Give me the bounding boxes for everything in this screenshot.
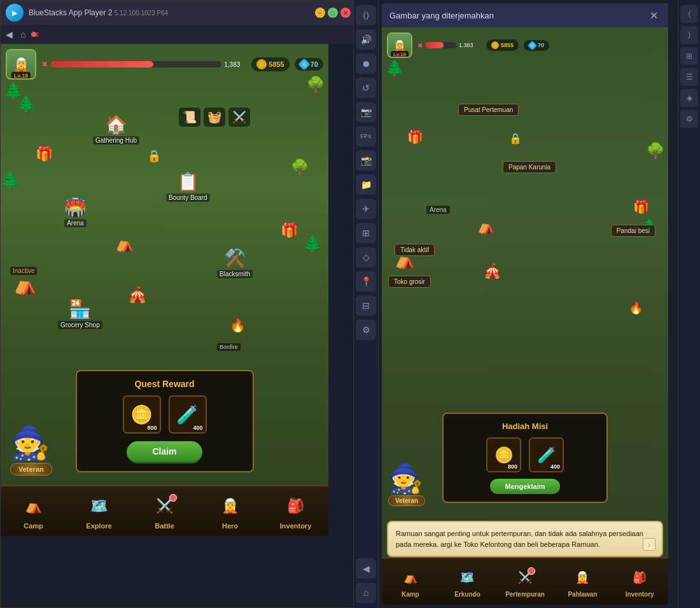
translated-reward-potion-icon: 🧪 <box>537 446 556 464</box>
translated-nav-camp-label: Kamp <box>402 591 419 598</box>
translated-nav-explore[interactable]: 🗺️ Erkundo <box>448 566 486 598</box>
right-sidebar-btn-2[interactable]: ⟩ <box>680 26 698 44</box>
nav-item-explore[interactable]: 🗺️ Explore <box>77 493 122 530</box>
translated-character-name: Veteran <box>388 495 425 506</box>
minimize-button[interactable]: − <box>315 8 325 18</box>
translated-window-close[interactable]: ✕ <box>647 8 661 22</box>
sidebar-layers-btn[interactable]: ⊟ <box>356 295 376 316</box>
quest-rewards: 🪙 800 🧪 400 <box>85 395 245 434</box>
blacksmith-label: Blacksmith <box>217 270 253 278</box>
nav-explore-label: Explore <box>86 522 111 530</box>
gold-icon <box>256 59 267 69</box>
notification-button[interactable]: ≡ <box>33 29 38 39</box>
back-button[interactable]: ◀ <box>6 29 13 39</box>
right-sidebar-btn-5[interactable]: ◈ <box>680 89 698 107</box>
sword-icon: ⚔️ <box>228 108 250 127</box>
nav-inventory-label: Inventory <box>280 522 312 530</box>
sidebar-expand-btn[interactable]: ⟨⟩ <box>356 5 376 25</box>
nav-item-hero[interactable]: 🧝 Hero <box>208 493 253 530</box>
sidebar-location-btn[interactable]: 📍 <box>356 271 376 292</box>
right-sidebar-btn-6[interactable]: ⚙ <box>680 110 698 128</box>
sidebar-volume-btn[interactable]: 🔊 <box>356 29 376 50</box>
translated-tent-2: 🎪 <box>484 263 501 279</box>
translated-label-bounty-board: Papan Karunia <box>503 161 556 173</box>
reward-gold-icon: 🪙 <box>130 404 153 425</box>
translated-tree-1: 🌲 <box>385 59 404 77</box>
right-sidebar-btn-1[interactable]: ⟨ <box>680 5 698 23</box>
building-arena[interactable]: 🏟️ Arena <box>64 197 87 227</box>
nav-item-battle[interactable]: ⚔️ Battle <box>143 493 187 530</box>
building-gathering-hub[interactable]: 🏠 Gathering Hub <box>93 114 139 145</box>
hp-bar-background <box>50 61 221 67</box>
lock-icon: 🔒 <box>147 149 161 163</box>
game-area-left: 🌲 🌲 🌳 🌲 🌲 🌳 🧝 Lv.18 ✖ 1,383 <box>1 44 328 536</box>
arena-icon: 🏟️ <box>64 197 87 218</box>
maximize-button[interactable]: □ <box>328 8 338 18</box>
arena-label: Arena <box>64 219 87 227</box>
claim-button[interactable]: Claim <box>127 441 202 463</box>
bluestacks-logo: ▶ <box>6 4 24 22</box>
bounty-board-icon: 📋 <box>166 171 210 192</box>
gift-2: 🎁 <box>281 222 298 239</box>
translated-nav-inventory[interactable]: 🎒 Inventory <box>620 566 659 598</box>
building-icons-area[interactable]: 📜 🧺 ⚔️ <box>179 108 250 127</box>
sidebar-record-btn[interactable]: ⏺ <box>356 53 376 74</box>
tree-decoration-4: 🌲 <box>1 171 20 189</box>
nav-inventory-icon: 🎒 <box>283 493 309 520</box>
building-grocery-shop[interactable]: 🏪 Grocery Shop <box>58 299 102 329</box>
translated-game-background <box>382 27 668 605</box>
translated-character: 🧙 Veteran <box>388 462 425 506</box>
home-button[interactable]: ⌂ <box>20 29 25 39</box>
grocery-shop-label: Grocery Shop <box>58 321 102 329</box>
grocery-shop-icon: 🏪 <box>58 299 102 320</box>
tree-decoration-5: 🌲 <box>303 235 322 253</box>
sidebar-replay-btn[interactable]: ↺ <box>356 78 376 98</box>
item-icon: 🧺 <box>204 108 225 127</box>
translated-nav-hero-label: Pahlawan <box>568 591 597 598</box>
translated-speech-arrow[interactable]: › <box>643 538 655 551</box>
translated-titlebar: Gambar yang diterjemahkan ✕ <box>382 3 668 27</box>
sidebar-back-btn[interactable]: ◀ <box>356 558 376 579</box>
sidebar-airplane-btn[interactable]: ✈ <box>356 199 376 219</box>
bluestacks-right-sidebar: ⟨ ⟩ ⊞ ☰ ◈ ⚙ <box>678 0 700 608</box>
nav-battle-label: Battle <box>155 522 174 530</box>
nav-item-camp[interactable]: ⛺ Camp <box>11 493 56 530</box>
character-veteran: 🧙 Veteran <box>10 425 52 476</box>
sidebar-macro-btn[interactable]: ◇ <box>356 247 376 267</box>
sidebar-folder-btn[interactable]: 📁 <box>356 174 376 195</box>
sidebar-screenshot-btn[interactable]: 📸 <box>356 150 376 171</box>
translated-nav-battle-label: Pertempuran <box>505 591 545 598</box>
sidebar-multiinstance-btn[interactable]: ⊞ <box>356 223 376 243</box>
sidebar-camera-btn[interactable]: 📷 <box>356 102 376 122</box>
hp-bar: ✖ 1,383 <box>41 60 246 69</box>
translated-claim-button[interactable]: Mengeklaim <box>490 479 561 494</box>
gem-display: 70 <box>295 58 323 71</box>
translated-hp-bg <box>425 42 456 48</box>
right-sidebar-btn-3[interactable]: ⊞ <box>680 47 698 65</box>
right-sidebar-btn-4[interactable]: ☰ <box>680 68 698 86</box>
nav-battle-icon: ⚔️ <box>151 493 178 520</box>
building-blacksmith[interactable]: ⚒️ Blacksmith <box>217 248 253 278</box>
gem-value: 70 <box>311 60 318 68</box>
close-button[interactable]: ✕ <box>340 8 351 18</box>
building-bounty-board[interactable]: 📋 Bounty Board <box>166 171 210 202</box>
translated-gift: 🎁 <box>407 129 423 145</box>
translated-reward-potion: 🧪 400 <box>529 437 564 472</box>
translated-nav-battle[interactable]: ⚔️ Pertempuran <box>505 566 545 598</box>
translated-nav-battle-icon: ⚔️ <box>514 566 536 589</box>
sidebar-home-btn2[interactable]: ⌂ <box>356 583 376 603</box>
translated-nav-inventory-label: Inventory <box>626 591 654 598</box>
translated-nav-camp[interactable]: ⛺ Kamp <box>391 566 430 598</box>
tree-decoration-2: 🌲 <box>17 95 36 113</box>
bonfire-label: Bonfire <box>217 343 241 351</box>
nav-item-inventory[interactable]: 🎒 Inventory <box>274 493 318 530</box>
sidebar-settings-btn[interactable]: ⚙ <box>356 320 376 340</box>
hp-icon: ✖ <box>41 60 48 69</box>
quest-reward-title: Quest Reward <box>85 379 245 389</box>
player-avatar[interactable]: 🧝 Lv.18 <box>6 49 36 80</box>
translated-label-blacksmith: Pandai besi <box>611 225 655 237</box>
translated-nav-hero[interactable]: 🧝 Pahlawan <box>563 566 601 598</box>
sidebar-fps-btn[interactable]: FPX <box>356 126 376 146</box>
translated-nav-explore-label: Erkundo <box>454 591 480 598</box>
title-controls: − □ ✕ <box>315 8 351 18</box>
